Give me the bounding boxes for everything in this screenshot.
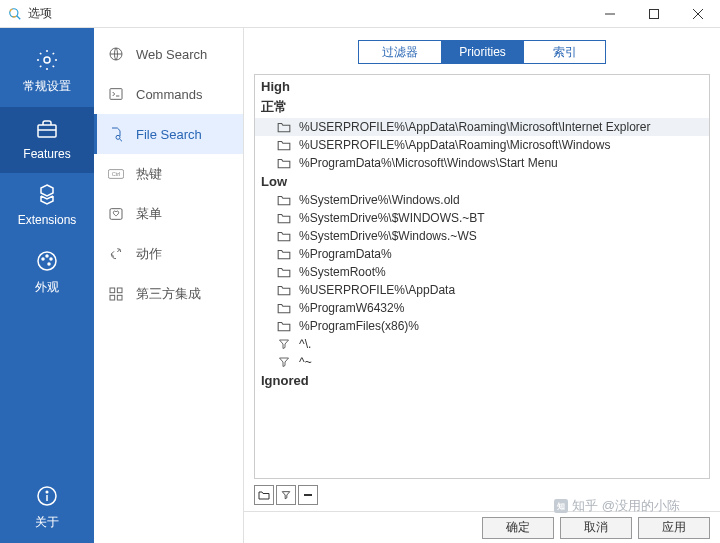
tab-label: 索引 [553, 44, 577, 61]
priority-path: %SystemRoot% [299, 265, 386, 279]
priority-path: %SystemDrive%\$WINDOWS.~BT [299, 211, 485, 225]
tab-filters[interactable]: 过滤器 [359, 41, 441, 63]
priority-path: %USERPROFILE%\AppData\Roaming\Microsoft\… [299, 138, 610, 152]
priority-path: %ProgramFiles(x86)% [299, 319, 419, 333]
cancel-button[interactable]: 取消 [560, 517, 632, 539]
nav-actions[interactable]: 动作 [94, 234, 243, 274]
nav-label: 第三方集成 [136, 285, 201, 303]
svg-rect-23 [110, 209, 122, 220]
svg-line-1 [17, 15, 21, 19]
priority-row[interactable]: %ProgramData%\Microsoft\Windows\Start Me… [255, 154, 709, 172]
priority-row[interactable]: %SystemDrive%\$WINDOWS.~BT [255, 209, 709, 227]
window-title: 选项 [28, 5, 588, 22]
add-filter-button[interactable] [276, 485, 296, 505]
list-toolbar [254, 485, 710, 505]
folder-icon [277, 193, 291, 207]
heart-icon [108, 206, 124, 222]
apply-button[interactable]: 应用 [638, 517, 710, 539]
svg-rect-4 [650, 9, 659, 18]
folder-icon [277, 156, 291, 170]
svg-rect-26 [110, 295, 115, 300]
nav-web-search[interactable]: Web Search [94, 34, 243, 74]
tab-priorities[interactable]: Priorities [441, 41, 523, 63]
ok-button[interactable]: 确定 [482, 517, 554, 539]
maximize-button[interactable] [632, 0, 676, 28]
svg-rect-8 [38, 125, 56, 137]
folder-icon [277, 229, 291, 243]
nav-third-party[interactable]: 第三方集成 [94, 274, 243, 314]
briefcase-icon [35, 117, 59, 141]
share-icon [108, 246, 124, 262]
titlebar: 选项 [0, 0, 720, 28]
left-item-extensions[interactable]: Extensions [0, 173, 94, 239]
nav-label: Commands [136, 87, 202, 102]
priority-group-header[interactable]: Low [255, 172, 709, 191]
priority-path: %USERPROFILE%\AppData\Roaming\Microsoft\… [299, 120, 650, 134]
gear-icon [35, 48, 59, 72]
filter-icon [277, 337, 291, 351]
content-pane: 过滤器 Priorities 索引 High正常%USERPROFILE%\Ap… [244, 28, 720, 543]
left-item-label: 常规设置 [23, 79, 71, 93]
priority-row[interactable]: %SystemDrive%\Windows.old [255, 191, 709, 209]
priority-path: %ProgramData%\Microsoft\Windows\Start Me… [299, 156, 558, 170]
folder-icon [277, 247, 291, 261]
priority-row[interactable]: %USERPROFILE%\AppData [255, 281, 709, 299]
palette-icon [35, 249, 59, 273]
info-icon [35, 484, 59, 508]
tab-group: 过滤器 Priorities 索引 [358, 40, 606, 64]
priorities-list[interactable]: High正常%USERPROFILE%\AppData\Roaming\Micr… [254, 74, 710, 479]
priority-row[interactable]: %ProgramData% [255, 245, 709, 263]
svg-line-20 [120, 139, 122, 141]
priority-row[interactable]: ^\. [255, 335, 709, 353]
nav-label: File Search [136, 127, 202, 142]
folder-icon [277, 319, 291, 333]
nav-label: 动作 [136, 245, 162, 263]
svg-point-13 [48, 263, 50, 265]
globe-icon [108, 46, 124, 62]
priority-path: %USERPROFILE%\AppData [299, 283, 455, 297]
left-item-label: Extensions [18, 213, 77, 227]
priority-row[interactable]: %SystemDrive%\$Windows.~WS [255, 227, 709, 245]
priority-group-header[interactable]: 正常 [255, 96, 709, 118]
svg-point-11 [46, 255, 48, 257]
button-label: 确定 [506, 519, 530, 536]
add-folder-button[interactable] [254, 485, 274, 505]
tab-label: 过滤器 [382, 44, 418, 61]
priority-path: %SystemDrive%\Windows.old [299, 193, 460, 207]
app-logo-icon [8, 7, 22, 21]
svg-point-12 [50, 258, 52, 260]
key-icon: Ctrl [108, 166, 124, 182]
priority-row[interactable]: %ProgramW6432% [255, 299, 709, 317]
button-label: 应用 [662, 519, 686, 536]
nav-commands[interactable]: Commands [94, 74, 243, 114]
priority-row[interactable]: %ProgramFiles(x86)% [255, 317, 709, 335]
nav-label: 菜单 [136, 205, 162, 223]
remove-button[interactable] [298, 485, 318, 505]
priority-path: ^~ [299, 355, 312, 369]
tab-index[interactable]: 索引 [523, 41, 605, 63]
priority-path: %ProgramW6432% [299, 301, 404, 315]
folder-icon [277, 211, 291, 225]
nav-menu[interactable]: 菜单 [94, 194, 243, 234]
priority-row[interactable]: %USERPROFILE%\AppData\Roaming\Microsoft\… [255, 118, 709, 136]
close-button[interactable] [676, 0, 720, 28]
priority-row[interactable]: %SystemRoot% [255, 263, 709, 281]
svg-text:Ctrl: Ctrl [112, 171, 121, 177]
left-item-appearance[interactable]: 外观 [0, 239, 94, 308]
nav-file-search[interactable]: File Search [94, 114, 243, 154]
left-item-label: 关于 [35, 515, 59, 529]
svg-point-7 [44, 57, 50, 63]
folder-icon [277, 301, 291, 315]
priority-row[interactable]: ^~ [255, 353, 709, 371]
priority-row[interactable]: %USERPROFILE%\AppData\Roaming\Microsoft\… [255, 136, 709, 154]
minimize-button[interactable] [588, 0, 632, 28]
left-item-features[interactable]: Features [0, 107, 94, 173]
priority-path: %ProgramData% [299, 247, 392, 261]
nav-hotkeys[interactable]: Ctrl 热键 [94, 154, 243, 194]
priority-group-header[interactable]: High [255, 77, 709, 96]
left-item-general[interactable]: 常规设置 [0, 38, 94, 107]
svg-point-16 [46, 491, 48, 493]
priority-group-header[interactable]: Ignored [255, 371, 709, 390]
left-item-about[interactable]: 关于 [0, 474, 94, 543]
left-item-label: Features [23, 147, 70, 161]
